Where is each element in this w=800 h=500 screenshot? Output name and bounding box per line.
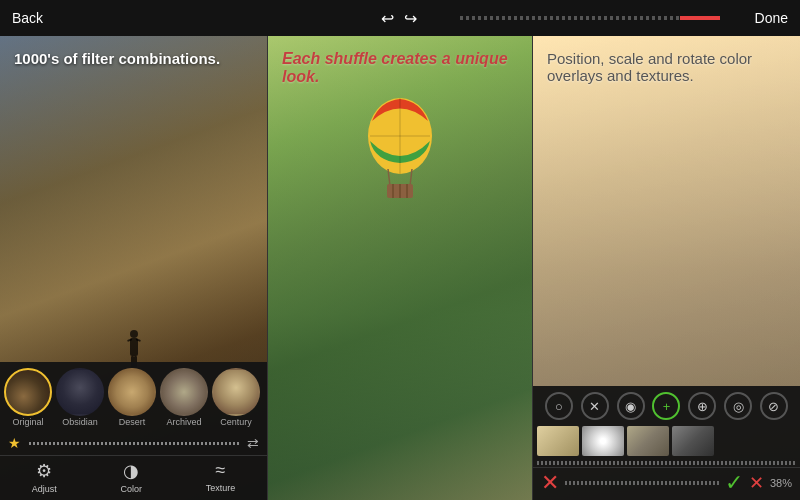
star-icon[interactable]: ★ bbox=[8, 435, 21, 451]
filter-label-archived: Archived bbox=[166, 417, 201, 427]
filter-thumb-archived[interactable] bbox=[160, 368, 208, 416]
filter-thumb-desert[interactable] bbox=[108, 368, 156, 416]
filter-item-desert[interactable]: Desert bbox=[108, 368, 156, 429]
back-button[interactable]: Back bbox=[12, 10, 43, 26]
filter-slider[interactable] bbox=[29, 442, 239, 445]
thumb-right-4[interactable] bbox=[672, 426, 714, 456]
top-bar: Back ↩ ↪ Done bbox=[0, 0, 800, 36]
color-label: Color bbox=[120, 484, 142, 494]
bottom-left: Original Obsidian Desert Archived Centur… bbox=[0, 362, 267, 500]
filter-label-desert: Desert bbox=[119, 417, 146, 427]
texture-label: Texture bbox=[206, 483, 236, 493]
shuffle-icon[interactable]: ⇄ bbox=[247, 435, 259, 451]
minus-right-btn[interactable]: ⊘ bbox=[760, 392, 788, 420]
cancel-right-btn[interactable]: ✕ bbox=[541, 472, 559, 494]
adjust-label: Adjust bbox=[32, 484, 57, 494]
panel-right: Position, scale and rotate color overlay… bbox=[533, 36, 800, 500]
undo-button[interactable]: ↩ bbox=[381, 9, 394, 28]
confirm-right-btn[interactable]: ✓ bbox=[725, 472, 743, 494]
thumb-right-3[interactable] bbox=[627, 426, 669, 456]
filter-thumb-obsidian[interactable] bbox=[56, 368, 104, 416]
filter-item-obsidian[interactable]: Obsidian bbox=[56, 368, 104, 429]
right-slider[interactable] bbox=[537, 461, 796, 465]
filter-thumb-century[interactable] bbox=[212, 368, 260, 416]
bottom-actions-right: ✕ ✓ ✕ 38% bbox=[533, 467, 800, 500]
left-caption-text: 1000's of filter combinations. bbox=[14, 50, 220, 67]
percentage-display: 38% bbox=[770, 477, 792, 489]
texture-button[interactable]: ≈ Texture bbox=[206, 460, 236, 494]
adjust-button[interactable]: ⚙ Adjust bbox=[32, 460, 57, 494]
progress-fill bbox=[680, 16, 720, 20]
svg-point-0 bbox=[130, 330, 138, 338]
close-right-btn[interactable]: ✕ bbox=[749, 472, 764, 494]
filter-row: Original Obsidian Desert Archived Centur… bbox=[0, 362, 267, 431]
top-progress bbox=[460, 16, 720, 20]
action-row-left: ⚙ Adjust ◑ Color ≈ Texture bbox=[0, 455, 267, 500]
thumb-right-2[interactable] bbox=[582, 426, 624, 456]
filter-label-original: Original bbox=[12, 417, 43, 427]
filter-label-century: Century bbox=[220, 417, 252, 427]
main-area: 1000's of filter combinations. Original … bbox=[0, 36, 800, 500]
center-caption-text: Each shuffle creates a unique look. bbox=[282, 50, 508, 85]
thumb-strip-right bbox=[533, 423, 800, 459]
filter-thumb-original[interactable] bbox=[4, 368, 52, 416]
progress-bar bbox=[460, 16, 720, 20]
icon-row-right: ○ ✕ ◉ + ⊕ ◎ ⊘ bbox=[533, 386, 800, 423]
globe-right-btn[interactable]: ⊕ bbox=[688, 392, 716, 420]
right-caption-text: Position, scale and rotate color overlay… bbox=[547, 50, 752, 84]
left-caption: 1000's of filter combinations. bbox=[14, 50, 253, 67]
thumb-right-1[interactable] bbox=[537, 426, 579, 456]
texture-icon: ≈ bbox=[215, 460, 225, 481]
done-button[interactable]: Done bbox=[755, 10, 788, 26]
hot-air-balloon bbox=[360, 91, 440, 201]
panel-left: 1000's of filter combinations. Original … bbox=[0, 36, 267, 500]
face-right-btn[interactable]: ◎ bbox=[724, 392, 752, 420]
slider-row-left: ★ ⇄ bbox=[0, 431, 267, 455]
right-caption: Position, scale and rotate color overlay… bbox=[547, 50, 786, 84]
plus-right-btn[interactable]: + bbox=[652, 392, 680, 420]
adjust-icon: ⚙ bbox=[36, 460, 52, 482]
undo-redo-group: ↩ ↪ bbox=[381, 9, 417, 28]
filter-item-century[interactable]: Century bbox=[212, 368, 260, 429]
color-icon: ◑ bbox=[123, 460, 139, 482]
panel-center: Each shuffle creates a unique look. ○ ✕ bbox=[267, 36, 533, 500]
bottom-right: ○ ✕ ◉ + ⊕ ◎ ⊘ ✕ ✓ ✕ 38% bbox=[533, 386, 800, 500]
color-button[interactable]: ◑ Color bbox=[120, 460, 142, 494]
right-dot-slider[interactable] bbox=[565, 481, 719, 485]
eye-right-btn[interactable]: ◉ bbox=[617, 392, 645, 420]
x-right-btn[interactable]: ✕ bbox=[581, 392, 609, 420]
filter-item-original[interactable]: Original bbox=[4, 368, 52, 429]
svg-rect-1 bbox=[130, 338, 138, 356]
circle-right-btn-1[interactable]: ○ bbox=[545, 392, 573, 420]
center-caption: Each shuffle creates a unique look. bbox=[282, 50, 518, 86]
filter-label-obsidian: Obsidian bbox=[62, 417, 98, 427]
redo-button[interactable]: ↪ bbox=[404, 9, 417, 28]
filter-item-archived[interactable]: Archived bbox=[160, 368, 208, 429]
